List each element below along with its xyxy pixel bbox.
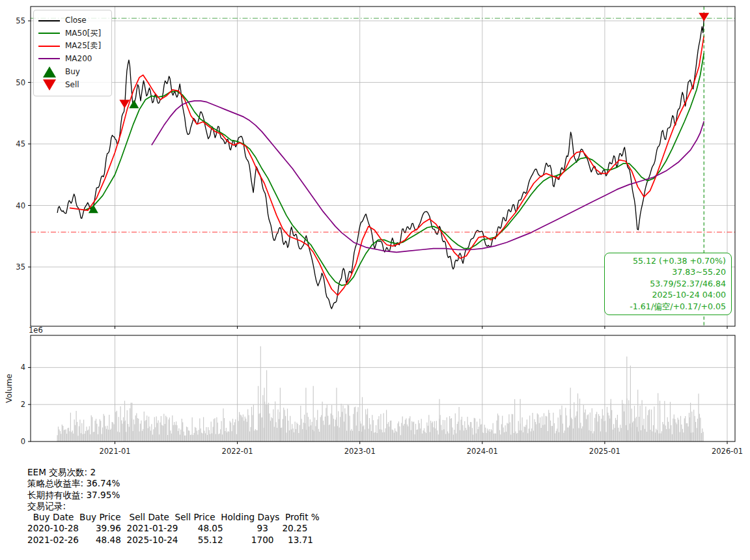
svg-text:0: 0 [21,437,25,446]
annotation-ma-line: 53.79/52.37/46.84 [610,278,726,289]
svg-text:4: 4 [21,363,25,372]
strategy-return-line: 策略总收益率: 36.74% [27,478,320,489]
svg-text:35: 35 [16,262,25,272]
ma200-line-icon [38,58,60,59]
legend-item-close: Close [38,14,106,27]
volume-bars [57,346,703,441]
svg-text:55: 55 [16,16,25,25]
legend-label: Buy [65,66,80,79]
volume-offset-label: 1e6 [29,326,43,335]
legend-label: Sell [65,79,79,92]
trade-count-line: EEM 交易次数: 2 [27,467,320,478]
svg-text:40: 40 [16,201,25,210]
ma25-line-icon [38,46,60,47]
svg-text:45: 45 [16,139,25,148]
price-volume-plot: 35404550550242021-012022-012023-012024-0… [0,0,750,462]
quote-annotation-box: 55.12 (+0.38 +0.70%) 37.83~55.20 53.79/5… [604,253,732,315]
trade-record-title: 交易记录: [27,501,320,512]
hold-return-line: 长期持有收益: 37.95% [27,490,320,501]
trade-table-row: 2020-10-28 39.96 2021-01-29 48.05 93 20.… [27,523,320,534]
annotation-price-line: 55.12 (+0.38 +0.70%) [610,255,726,266]
svg-text:2026-01: 2026-01 [712,447,743,456]
ma200-line [152,101,704,252]
strategy-stats-block: EEM 交易次数: 2 策略总收益率: 36.74% 长期持有收益: 37.95… [27,467,320,546]
sell-triangle-icon [38,79,60,91]
annotation-signal-line: -1.61/偏空/+0.17/+0.05 [610,301,726,312]
svg-text:2021-01: 2021-01 [99,447,130,456]
buy-triangle-icon [38,66,60,77]
svg-text:2023-01: 2023-01 [344,447,376,456]
legend-item-sell: Sell [38,79,106,92]
sell-markers [119,13,709,109]
legend-item-ma50: MA50[买] [38,27,106,40]
ma50-line-icon [38,33,60,34]
legend-item-ma200: MA200 [38,53,106,66]
legend-label: MA25[卖] [65,40,101,53]
svg-text:2: 2 [21,400,25,409]
svg-text:2022-01: 2022-01 [222,447,253,456]
volume-axis-label: Volume [5,374,14,403]
strategy-chart-figure: 35404550550242021-012022-012023-012024-0… [0,0,750,560]
chart-legend: Close MA50[买] MA25[卖] MA200 Buy Sell [33,10,112,96]
annotation-date-line: 2025-10-24 04:00 [610,289,726,300]
svg-text:2025-01: 2025-01 [589,447,620,456]
legend-item-ma25: MA25[卖] [38,40,106,53]
axes-spines [28,7,735,444]
svg-text:50: 50 [16,78,25,87]
trade-table-header: Buy Date Buy Price Sell Date Sell Price … [27,512,320,523]
legend-label: Close [65,14,87,27]
legend-label: MA200 [65,53,92,66]
legend-label: MA50[买] [65,27,101,40]
legend-item-buy: Buy [38,65,106,79]
trade-table-row: 2021-02-26 48.48 2025-10-24 55.12 1700 1… [27,535,320,546]
annotation-range-line: 37.83~55.20 [610,266,726,277]
grid-lines [31,7,735,441]
close-line-icon [38,20,60,21]
svg-text:2024-01: 2024-01 [467,447,498,456]
